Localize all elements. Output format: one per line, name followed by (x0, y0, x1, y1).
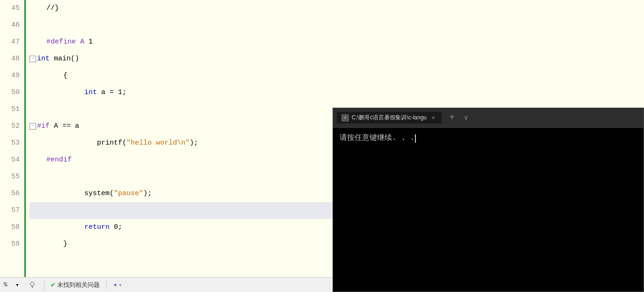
code-line-49: { (30, 67, 644, 84)
code-line-50: int a = 1; (30, 84, 644, 101)
terminal-body[interactable]: 请按任意键继续. . . (333, 128, 644, 292)
status-separator-2 (106, 280, 107, 290)
terminal-tab-title: C:\鹏哥c语言暑假集训\c-langu (352, 114, 427, 122)
terminal-tab-icon: ≡ (341, 114, 349, 122)
code-line-48: −int main() (30, 51, 644, 67)
line-numbers: 45 46 47 48 49 50 51 52 53 54 55 56 57 5… (0, 0, 26, 277)
zoom-level: % (4, 281, 7, 288)
magic-icon: ✦ (113, 280, 118, 289)
terminal-output-text: 请按任意键继续. . . (340, 132, 415, 145)
magic-button[interactable]: ✦ ▾ (113, 280, 122, 289)
terminal-tab[interactable]: ≡ C:\鹏哥c语言暑假集训\c-langu × (337, 112, 442, 124)
problem-status: ✔ 未找到相关问题 (51, 280, 100, 289)
code-line-46 (30, 17, 644, 34)
code-line-47: #define A 1 (30, 34, 644, 51)
svg-point-0 (30, 282, 34, 286)
code-line-45: //} (30, 0, 644, 17)
zoom-dropdown-button[interactable]: ▾ (12, 280, 22, 290)
terminal-titlebar: ≡ C:\鹏哥c语言暑假集训\c-langu × + ∨ (333, 108, 644, 128)
terminal-close-button[interactable]: × (429, 114, 437, 122)
fold-icon-52[interactable]: − (30, 123, 36, 130)
status-separator-1 (44, 280, 44, 290)
terminal-cursor (415, 134, 416, 143)
lightbulb-icon[interactable] (27, 280, 37, 290)
terminal-dropdown-button[interactable]: ∨ (460, 111, 472, 124)
check-icon: ✔ (51, 280, 55, 289)
terminal-new-tab-button[interactable]: + (445, 111, 459, 124)
main-container: 45 46 47 48 49 50 51 52 53 54 55 56 57 5… (0, 0, 644, 292)
problem-label: 未找到相关问题 (57, 281, 100, 289)
magic-dropdown-icon: ▾ (118, 281, 122, 289)
fold-icon-48[interactable]: − (30, 56, 36, 62)
terminal-window: ≡ C:\鹏哥c语言暑假集训\c-langu × + ∨ 请按任意键继续. . … (333, 108, 644, 292)
terminal-output-line: 请按任意键继续. . . (340, 132, 637, 145)
